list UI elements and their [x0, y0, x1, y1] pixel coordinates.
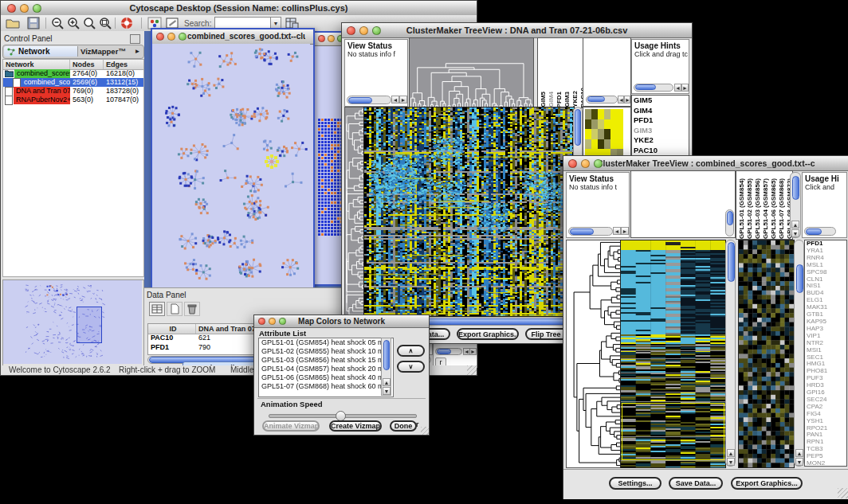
scrollbar-thumb[interactable] [348, 97, 372, 104]
open-file-icon[interactable] [6, 17, 20, 29]
scrollbar-thumb[interactable] [383, 340, 390, 370]
tv1-heatmap[interactable] [363, 107, 575, 317]
attribute-list-item[interactable]: GPL51-04 (GSM857) heat shock 20 min [259, 365, 393, 373]
network-row[interactable]: RNAPuberNov2+ 563(0) 107847(0) [3, 96, 143, 104]
tv1-row-dendrogram[interactable] [344, 107, 365, 317]
zoom-fit-icon[interactable] [98, 17, 112, 29]
scroll-down-arrow[interactable]: ▼ [727, 458, 735, 466]
col-header-nodes[interactable]: Nodes [70, 60, 104, 69]
scrollbar-thumb[interactable] [635, 84, 656, 90]
animation-speed-slider[interactable] [269, 411, 415, 419]
scrollbar-thumb[interactable] [575, 109, 581, 146]
main-titlebar[interactable]: Cytoscape Desktop (Session Name: collins… [1, 1, 477, 16]
scroll-up-arrow[interactable]: ▲ [383, 378, 391, 386]
network-overview-panel[interactable] [2, 279, 144, 366]
scrollbar-thumb[interactable] [727, 211, 733, 225]
scroll-right-arrow[interactable]: ► [621, 227, 629, 235]
scroll-down-arrow[interactable]: ▼ [383, 387, 391, 395]
float-panel-icon[interactable] [130, 34, 140, 44]
help-lifesaver-icon[interactable] [120, 17, 134, 29]
tv2-zoom-vscrollbar[interactable]: ▲ ▼ [794, 240, 804, 467]
tv2-zoom-heatmap[interactable] [738, 240, 795, 468]
minimize-button[interactable] [581, 159, 590, 168]
attribute-list-item[interactable]: GPL51-07 (GSM868) heat shock 60 min [259, 382, 393, 391]
scrollbar-thumb[interactable] [587, 96, 605, 102]
close-button[interactable] [156, 33, 164, 41]
tab-vizmapper[interactable]: VizMapper™ [78, 46, 131, 57]
zoom-button[interactable] [372, 26, 381, 35]
scrollbar-thumb[interactable] [796, 264, 803, 293]
scroll-left-arrow[interactable]: ◄ [613, 227, 621, 235]
treeview1-titlebar[interactable]: ClusterMaker TreeView : DNA and Tran 07-… [342, 23, 692, 38]
scrollbar-thumb[interactable] [728, 242, 735, 282]
tv2-heatmap-selection[interactable] [622, 403, 724, 460]
view-status-hscrollbar[interactable] [347, 96, 391, 104]
move-up-button[interactable]: ∧ [397, 345, 425, 357]
minimize-button[interactable] [328, 35, 335, 42]
zoom-hscrollbar[interactable] [586, 96, 618, 104]
scroll-up-arrow[interactable]: ▲ [727, 449, 735, 457]
attribute-list-item[interactable]: GPL51-03 (GSM856) heat shock 15 min [259, 356, 393, 365]
usage-hints-hscrollbar[interactable] [804, 227, 836, 236]
zoom-button[interactable] [179, 33, 186, 41]
search-input[interactable] [214, 17, 272, 29]
col-header-id[interactable]: ID [148, 324, 196, 334]
scroll-right-arrow[interactable]: ► [469, 348, 477, 355]
tv2-header-vscrollbar[interactable]: ▲ ▼ [790, 172, 801, 238]
minimize-button[interactable] [20, 4, 29, 13]
attribute-list-item[interactable]: GPL51-02 (GSM855) heat shock 10 min [259, 347, 393, 356]
save-icon[interactable] [26, 17, 41, 29]
attribute-list-item[interactable]: GPL51-01 (GSM854) heat shock 05 min [259, 338, 393, 347]
zoom-out-icon[interactable] [50, 17, 65, 29]
close-button[interactable] [7, 4, 16, 13]
zoom-button[interactable] [33, 4, 41, 13]
tv1-column-dendrogram[interactable] [409, 37, 534, 108]
scroll-left-arrow[interactable]: ◄ [618, 96, 624, 104]
tv2-row-dendrogram[interactable] [566, 240, 622, 468]
minimize-button[interactable] [269, 318, 276, 325]
network-overview-thumbnail[interactable] [3, 280, 142, 364]
zoom-button[interactable] [594, 159, 603, 168]
export-graphics-button[interactable]: Export Graphics... [731, 477, 803, 490]
scroll-right-arrow[interactable]: ► [399, 96, 407, 104]
scroll-left-arrow[interactable]: ◄ [391, 96, 399, 104]
scroll-down-arrow[interactable]: ▼ [795, 458, 803, 466]
zoom-in-icon[interactable] [66, 17, 80, 29]
overview-viewport-rect[interactable] [77, 307, 102, 343]
table-mode-icon[interactable] [149, 302, 165, 316]
scroll-up-arrow[interactable]: ▲ [795, 449, 803, 457]
tv2-vscrollbar[interactable]: ▲ ▼ [725, 240, 736, 467]
resize-grip[interactable] [421, 427, 429, 435]
scroll-up-arrow[interactable]: ▲ [791, 221, 799, 229]
col-header-network[interactable]: Network [3, 60, 70, 69]
scroll-down-arrow[interactable]: ▼ [791, 229, 799, 237]
tabs-overflow-arrow[interactable]: ► [132, 46, 143, 57]
tab-network[interactable]: Network [4, 46, 78, 57]
network-row[interactable]: DNA and Tran 07 769(0) 183728(0) [3, 87, 143, 96]
network-row-selected[interactable]: combined_sco 2569(6) 13112(15) [3, 78, 143, 87]
view-status-hscrollbar[interactable] [568, 227, 613, 236]
dialog-titlebar[interactable]: Map Colors to Network [254, 315, 429, 328]
attribute-list-item[interactable]: GPL51-06 (GSM865) heat shock 40 min [259, 373, 393, 382]
zoom-selected-icon[interactable] [82, 17, 96, 29]
minimize-button[interactable] [167, 33, 175, 41]
done-button[interactable]: Done [390, 420, 417, 432]
save-data-button[interactable]: Save Data... [669, 477, 723, 490]
delete-attribute-trash-icon[interactable] [184, 302, 200, 316]
col-dendro-vscrollbar[interactable] [725, 209, 734, 236]
move-down-button[interactable]: ∨ [397, 361, 425, 373]
scroll-left-arrow[interactable]: ◄ [674, 84, 681, 92]
animate-vizmap-button[interactable]: Animate Vizmap [262, 420, 320, 432]
minimize-button[interactable] [359, 26, 368, 35]
col-header-edges[interactable]: Edges [104, 60, 143, 69]
scrollbar-thumb[interactable] [792, 176, 799, 200]
treeview2-titlebar[interactable]: ClusterMaker TreeView : combined_scores_… [563, 156, 848, 171]
close-button[interactable] [347, 26, 355, 35]
attribute-list-vscrollbar[interactable]: ▲ ▼ [381, 338, 391, 396]
resize-grip[interactable] [838, 488, 848, 498]
scrollbar-thumb[interactable] [570, 229, 594, 235]
tv2-column-dendrogram[interactable] [630, 170, 736, 238]
scroll-right-arrow[interactable]: ► [624, 96, 630, 104]
scrollbar-thumb[interactable] [806, 229, 822, 235]
resize-grip[interactable] [467, 365, 477, 375]
